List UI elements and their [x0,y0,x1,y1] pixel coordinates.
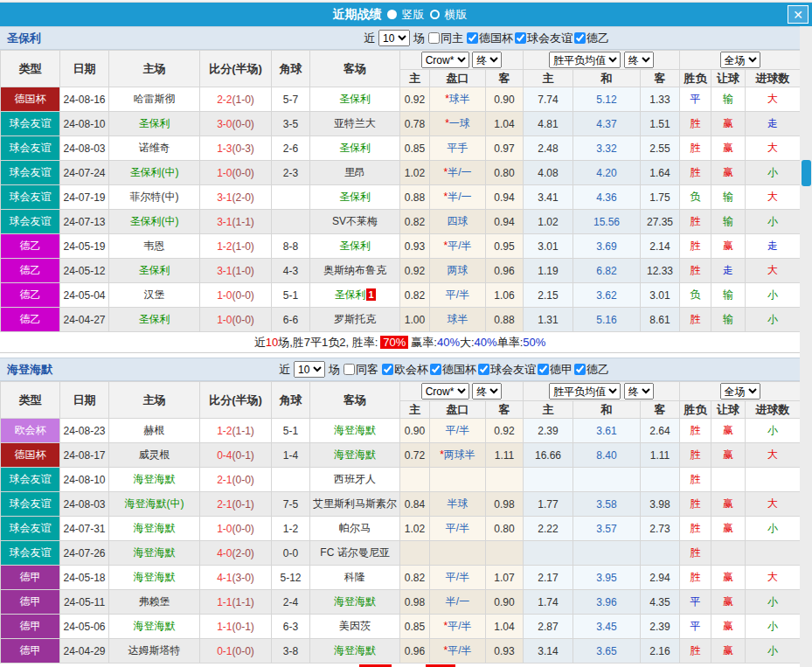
col-header-mean-draw: 和 [573,70,641,87]
wdl-result-cell: 负 [680,185,711,210]
games-count-select[interactable]: 10 [294,361,325,378]
league-filter-德国杯[interactable]: 德国杯 [467,31,513,46]
handicap-cell: 平手 [430,136,486,161]
mean-group-header: 胜平负均值 终 [524,382,680,401]
odds-company-select[interactable]: Crow* [421,383,469,400]
league-checkbox[interactable] [574,32,586,44]
league-checkbox[interactable] [574,364,586,375]
vertical-layout-radio[interactable] [387,10,397,19]
mean-final-select[interactable]: 终 [624,52,654,68]
odds-home-cell [400,468,430,492]
away-team-cell: 圣保利 [310,234,400,259]
mean-away-cell [641,541,680,566]
mean-select[interactable]: 胜平负均值 [549,383,621,400]
odds-away-cell: 1.04 [486,112,524,136]
odds-company-select[interactable]: Crow* [421,52,469,68]
league-filter-group: 欧会杯德国杯球会友谊德甲德乙 [382,362,609,378]
league-checkbox[interactable] [467,32,478,44]
mean-draw-cell: 6.82 [573,259,641,283]
away-team-cell: 圣保利 [310,136,400,161]
horizontal-layout-label[interactable]: 横版 [445,7,468,23]
league-type-cell: 球会友谊 [1,112,60,136]
corner-cell: 0-0 [272,541,310,566]
home-team-cell: 圣保利 [109,259,200,283]
league-checkbox[interactable] [430,364,441,375]
odds-home-cell: 0.84 [400,492,430,517]
odds-home-cell: 0.92 [400,259,430,283]
scope-select[interactable]: 全场 [720,52,760,68]
team-number-badge: 1 [366,288,375,301]
league-checkbox[interactable] [382,364,393,375]
summary-text: 40% [437,336,460,349]
odds-home-cell: 1.00 [400,308,430,332]
mean-draw-cell: 3.65 [573,639,641,664]
wdl-result-cell: 胜 [680,639,711,664]
away-team-cell: 圣保利1 [310,283,400,308]
mean-home-cell: 2.87 [524,615,573,639]
handicap-result-cell: 赢 [711,443,746,468]
league-checkbox[interactable] [478,364,489,375]
date-cell: 24-05-19 [60,234,109,259]
away-team-cell: 圣保利 [310,185,400,210]
same-venue-checkbox[interactable] [428,32,440,44]
mean-draw-cell: 4.36 [573,185,641,210]
close-button[interactable]: ✕ [788,5,809,24]
summary-text: 单率: [497,335,524,351]
league-filter-球会友谊[interactable]: 球会友谊 [478,362,536,378]
near-label: 近 [279,362,290,378]
goals-result-cell: 小 [746,419,801,443]
league-checkbox[interactable] [538,364,549,375]
mean-draw-cell: 3.32 [573,136,641,161]
col-header-let: 让球 [711,401,746,419]
odds-final-select[interactable]: 终 [472,52,502,68]
league-checkbox[interactable] [515,32,526,44]
wdl-result-cell: 胜 [680,234,711,259]
league-filter-欧会杯[interactable]: 欧会杯 [382,362,428,378]
mean-final-select[interactable]: 终 [624,383,654,400]
goals-result-cell: 大 [746,492,801,517]
league-filter-德国杯[interactable]: 德国杯 [430,362,476,378]
scrollbar-thumb[interactable] [802,160,811,186]
col-header-mean-draw: 和 [573,401,641,419]
mean-select[interactable]: 胜平负均值 [549,52,621,68]
match-row: 德甲24-05-18海登海默4-1(3-0)5-12科隆0.82平/半1.072… [1,566,801,590]
same-venue-filter[interactable]: 同主 [428,31,463,46]
col-header-goals: 进球数 [746,70,801,87]
handicap-cell: 平/半 [430,517,486,541]
mean-home-cell: 16.66 [524,443,573,468]
score-cell: 1-0(0-0) [200,308,272,332]
league-filter-德乙[interactable]: 德乙 [574,31,609,46]
mean-draw-cell: 3.45 [573,615,641,639]
horizontal-layout-radio[interactable] [430,10,440,19]
same-venue-filter[interactable]: 同客 [344,362,378,378]
league-type-cell: 德乙 [1,308,60,332]
handicap-result-cell: 赢 [711,161,746,185]
handicap-result-cell: 赢 [711,136,746,161]
odds-home-cell: 1.02 [400,517,430,541]
vertical-layout-label[interactable]: 竖版 [402,7,425,23]
dialog-titlebar: 近期战绩 竖版 横版 ✕ [0,3,812,26]
odds-away-cell: 0.95 [486,234,524,259]
match-row: 球会友谊24-08-10海登海默2-1(0-0)西班牙人胜 [1,468,801,492]
league-type-cell: 球会友谊 [1,161,60,185]
league-type-cell: 德国杯 [1,443,60,468]
scope-select[interactable]: 全场 [720,383,760,400]
corner-cell [272,468,310,492]
handicap-cell: 球半 [430,308,486,332]
col-header-away: 客场 [310,382,400,419]
score-cell: 3-1(2-0) [200,185,272,210]
handicap-cell: 平/半 [430,566,486,590]
league-filter-德甲[interactable]: 德甲 [538,362,573,378]
wdl-result-cell: 胜 [680,419,711,443]
wdl-result-cell: 平 [680,590,711,615]
same-venue-checkbox[interactable] [344,364,355,375]
games-count-select[interactable]: 10 [378,30,410,46]
league-filter-球会友谊[interactable]: 球会友谊 [515,31,573,46]
col-header-mean-home: 主 [524,70,573,87]
match-row: 球会友谊24-07-24圣保利(中)1-0(0-0)2-3里昂1.02*半/一0… [1,161,801,185]
odds-final-select[interactable]: 终 [472,383,502,400]
handicap-result-cell [711,468,746,492]
odds-away-cell: 1.04 [486,615,524,639]
league-filter-德乙[interactable]: 德乙 [574,362,609,378]
mean-home-cell: 1.02 [524,210,573,234]
